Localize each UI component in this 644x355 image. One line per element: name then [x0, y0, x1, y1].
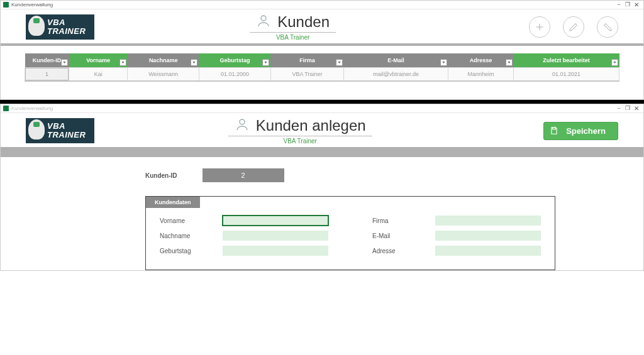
cell-geburtstag[interactable]: 01.01.2000 — [199, 68, 270, 82]
cell-email[interactable]: mail@vbtrainer.de — [344, 68, 448, 82]
col-zuletzt: Zuletzt bearbeitet — [514, 53, 619, 68]
filter-dropdown-icon[interactable] — [336, 59, 343, 66]
close-button[interactable]: ✕ — [632, 1, 641, 9]
filter-dropdown-icon[interactable] — [191, 59, 197, 66]
label-nachname: Nachname — [160, 232, 210, 239]
maximize-button[interactable]: ❐ — [623, 105, 632, 112]
customer-table-wrap: Kunden-ID Vorname Nachname Geburtstag Fi… — [1, 53, 643, 82]
filter-dropdown-icon[interactable] — [506, 59, 513, 66]
save-button-label: Speichern — [566, 126, 606, 136]
page-header: VBA TRAINER Kunden anlegen VBA Trainer S… — [1, 113, 643, 147]
form-tab-label: Kundendaten — [146, 197, 200, 208]
app-icon — [3, 106, 9, 111]
close-button[interactable]: ✕ — [632, 105, 641, 112]
filter-dropdown-icon[interactable] — [262, 59, 269, 66]
person-icon — [235, 117, 250, 134]
col-firma: Firma — [270, 53, 343, 68]
minimize-button[interactable]: − — [614, 105, 623, 112]
col-vorname: Vorname — [69, 53, 128, 68]
input-nachname[interactable] — [223, 231, 328, 241]
brand-line1: VBA — [47, 122, 86, 131]
input-adresse[interactable] — [435, 246, 541, 256]
col-adresse: Adresse — [448, 53, 514, 68]
cell-nachname[interactable]: Weissmann — [128, 68, 199, 82]
add-button[interactable] — [529, 16, 550, 38]
brand-logo: VBA TRAINER — [26, 118, 94, 143]
label-firma: Firma — [372, 217, 423, 224]
mascot-icon — [28, 16, 45, 36]
maximize-button[interactable]: ❐ — [623, 1, 632, 9]
page-subtitle: VBA Trainer — [276, 34, 309, 41]
col-geburtstag: Geburtstag — [199, 53, 270, 68]
separator-strip — [1, 147, 643, 157]
page-title: Kunden — [277, 13, 330, 31]
svg-point-0 — [261, 16, 266, 21]
input-firma[interactable] — [435, 216, 541, 226]
window-kunden-anlegen: Kundenverwaltung − ❐ ✕ VBA TRAINER Kunde… — [0, 104, 644, 271]
cell-id[interactable]: 1 — [25, 68, 69, 82]
save-icon — [550, 126, 558, 135]
label-vorname: Vorname — [160, 217, 210, 224]
cell-vorname[interactable]: Kai — [69, 68, 128, 82]
filter-dropdown-icon[interactable] — [61, 59, 68, 66]
kunden-id-value: 2 — [203, 168, 284, 182]
cell-zuletzt[interactable]: 01.01.2021 — [514, 68, 619, 82]
brand-line2: TRAINER — [47, 131, 86, 139]
svg-rect-4 — [553, 128, 556, 129]
table-header-row: Kunden-ID Vorname Nachname Geburtstag Fi… — [25, 53, 619, 68]
filter-dropdown-icon[interactable] — [440, 59, 447, 66]
table-row[interactable]: 1 Kai Weissmann 01.01.2000 VBA Trainer m… — [25, 68, 619, 82]
col-nachname: Nachname — [128, 53, 199, 68]
kunden-id-row: Kunden-ID 2 — [145, 168, 643, 182]
titlebar: Kundenverwaltung − ❐ ✕ — [1, 1, 643, 9]
mascot-icon — [28, 119, 45, 139]
input-geburtstag[interactable] — [223, 246, 328, 256]
input-email[interactable] — [435, 231, 541, 241]
brand-line2: TRAINER — [47, 27, 86, 36]
kunden-id-label: Kunden-ID — [145, 172, 177, 179]
person-icon — [256, 13, 271, 31]
customer-form: Kundendaten Vorname Nachname Geburtstag — [145, 196, 555, 270]
minimize-button[interactable]: − — [614, 1, 623, 9]
filter-dropdown-icon[interactable] — [611, 59, 618, 66]
svg-point-3 — [240, 119, 245, 124]
cell-firma[interactable]: VBA Trainer — [270, 68, 343, 82]
page-title: Kunden anlegen — [256, 117, 366, 134]
brand-logo: VBA TRAINER — [26, 14, 94, 39]
col-email: E-Mail — [344, 53, 448, 68]
cell-adresse[interactable]: Mannheim — [448, 68, 514, 82]
label-adresse: Adresse — [372, 248, 423, 254]
app-icon — [3, 2, 9, 8]
label-email: E-Mail — [372, 232, 423, 239]
window-kunden: Kundenverwaltung − ❐ ✕ VBA TRAINER Kunde… — [0, 0, 644, 100]
filter-dropdown-icon[interactable] — [119, 59, 126, 66]
delete-button[interactable] — [597, 16, 618, 38]
customer-table: Kunden-ID Vorname Nachname Geburtstag Fi… — [25, 53, 619, 82]
save-button[interactable]: Speichern — [543, 122, 618, 140]
brand-line1: VBA — [47, 18, 86, 27]
col-id: Kunden-ID — [25, 53, 69, 68]
window-title: Kundenverwaltung — [11, 2, 614, 8]
page-header: VBA TRAINER Kunden VBA Trainer — [1, 9, 643, 46]
input-vorname[interactable] — [223, 216, 328, 226]
edit-button[interactable] — [563, 16, 584, 38]
page-subtitle: VBA Trainer — [284, 138, 317, 145]
titlebar: Kundenverwaltung − ❐ ✕ — [1, 104, 643, 113]
window-title: Kundenverwaltung — [11, 106, 614, 111]
label-geburtstag: Geburtstag — [160, 248, 210, 254]
